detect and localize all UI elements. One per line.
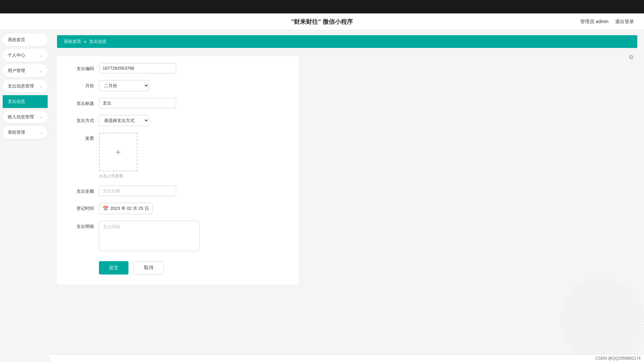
- logout-button[interactable]: 退出登录: [615, 19, 634, 25]
- chevron-down-icon: ⌄: [40, 84, 43, 88]
- chevron-down-icon: ⌄: [40, 69, 43, 73]
- sidebar-label-expense: 支出信息: [8, 99, 25, 105]
- invoice-upload-section: + 点击上传发票: [99, 133, 138, 179]
- sidebar-label-expense-mgmt: 支出信息管理: [8, 83, 34, 89]
- sidebar-label-profile: 个人中心: [8, 52, 25, 58]
- method-label: 支出方式: [67, 115, 94, 124]
- month-row: 月份 二月份: [67, 80, 288, 91]
- button-row: 提交 取消: [99, 261, 288, 275]
- amount-row: 支出全额: [67, 186, 288, 196]
- upload-area[interactable]: +: [99, 133, 138, 171]
- sidebar-item-income-mgmt[interactable]: 收入信息管理 ⌄: [3, 111, 48, 123]
- sidebar-item-expense-mgmt[interactable]: 支出信息管理 ⌄: [3, 80, 48, 93]
- date-row: 登记时间 📅 2023 年 02 月 25 日: [67, 203, 288, 214]
- sidebar-item-home[interactable]: 系统首页: [3, 34, 48, 46]
- header-title: "财来财往" 微信小程序: [291, 18, 353, 26]
- amount-label: 支出全额: [67, 186, 94, 194]
- sidebar-label-income-mgmt: 收入信息管理: [8, 114, 34, 120]
- sidebar-label-users: 用户管理: [8, 68, 25, 74]
- chevron-down-icon: ⌄: [40, 130, 43, 135]
- sidebar-item-users[interactable]: 用户管理 ⌄: [3, 64, 48, 77]
- decorative-circle: [560, 278, 644, 362]
- note-textarea[interactable]: [99, 221, 200, 251]
- admin-label: 管理员 admin: [580, 19, 608, 25]
- breadcrumb-current: 支出信息: [89, 39, 107, 45]
- expense-code-input[interactable]: [99, 63, 176, 73]
- sidebar-item-profile[interactable]: 个人中心 ⌄: [3, 49, 48, 62]
- main-layout: 系统首页 个人中心 ⌄ 用户管理 ⌄ 支出信息管理 ⌄ 支出信息 收入信息管理 …: [0, 30, 644, 362]
- amount-input[interactable]: [99, 186, 176, 196]
- sidebar-item-system[interactable]: 系统管理 ⌄: [3, 126, 48, 139]
- sidebar-label-system: 系统管理: [8, 129, 25, 135]
- csdn-watermark: CSDN @QQ3359892174: [595, 356, 641, 361]
- upload-hint: 点击上传发票: [99, 173, 138, 179]
- invoice-row: 发票 + 点击上传发票: [67, 133, 288, 179]
- title-row: 支出标题: [67, 98, 288, 108]
- upload-plus-icon: +: [115, 147, 121, 158]
- date-value: 2023 年 02 月 25 日: [110, 205, 149, 212]
- header: "财来财往" 微信小程序 管理员 admin 退出登录: [0, 13, 644, 30]
- csdn-bar: CSDN @QQ3359892174: [50, 354, 644, 362]
- breadcrumb-separator: ≡: [84, 39, 87, 44]
- invoice-label: 发票: [67, 133, 94, 141]
- chevron-down-icon: ⌄: [40, 53, 43, 58]
- method-row: 支出方式 请选择支出方式 现金 支付宝 微信 银行卡: [67, 115, 288, 126]
- date-input-wrap[interactable]: 📅 2023 年 02 月 25 日: [99, 203, 153, 214]
- month-label: 月份: [67, 80, 94, 89]
- chevron-down-icon: ⌄: [40, 115, 43, 119]
- expense-code-row: 支出编码: [67, 63, 288, 73]
- sidebar-item-expense[interactable]: 支出信息: [3, 95, 48, 108]
- title-input[interactable]: [99, 98, 176, 108]
- expense-code-label: 支出编码: [67, 63, 94, 72]
- header-right: 管理员 admin 退出登录: [580, 19, 634, 25]
- breadcrumb: 系统首页 ≡ 支出信息: [57, 35, 637, 48]
- content-area: 系统首页 ≡ 支出信息 ⚙ 支出编码 月份 二月份 支出标题: [50, 30, 644, 362]
- submit-button[interactable]: 提交: [99, 261, 128, 275]
- method-select[interactable]: 请选择支出方式 现金 支付宝 微信 银行卡: [99, 115, 149, 126]
- settings-icon-wrap: ⚙: [629, 54, 634, 61]
- top-bar: [0, 0, 644, 13]
- note-row: 支出明细: [67, 221, 288, 251]
- note-label: 支出明细: [67, 221, 94, 230]
- month-select[interactable]: 二月份: [99, 80, 149, 91]
- date-label: 登记时间: [67, 203, 94, 212]
- sidebar: 系统首页 个人中心 ⌄ 用户管理 ⌄ 支出信息管理 ⌄ 支出信息 收入信息管理 …: [0, 30, 50, 362]
- sidebar-label-home: 系统首页: [8, 37, 25, 43]
- calendar-icon: 📅: [103, 206, 108, 211]
- form-container: 支出编码 月份 二月份 支出标题 支出方式 请选择支出方式 现金: [57, 56, 299, 285]
- title-label: 支出标题: [67, 98, 94, 107]
- settings-icon[interactable]: ⚙: [629, 54, 634, 61]
- breadcrumb-home[interactable]: 系统首页: [64, 39, 81, 45]
- cancel-button[interactable]: 取消: [133, 261, 164, 275]
